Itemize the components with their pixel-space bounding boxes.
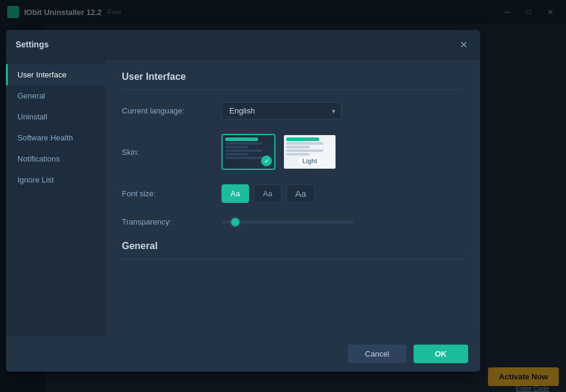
font-size-large-button[interactable]: Aa xyxy=(286,184,315,203)
skin-label: Skin: xyxy=(122,148,212,157)
skin-setting-row: Skin: ✓ xyxy=(122,134,463,170)
modal-body: User Interface General Uninstall Softwar… xyxy=(6,59,480,336)
nav-item-general[interactable]: General xyxy=(6,85,105,106)
language-setting-row: Current language: English Chinese French… xyxy=(122,102,463,119)
modal-title: Settings xyxy=(16,40,49,49)
preview-bar-dark xyxy=(225,137,258,141)
nav-item-notifications[interactable]: Notifications xyxy=(6,148,105,169)
ok-button[interactable]: OK xyxy=(414,345,469,363)
nav-item-ignore-list[interactable]: Ignore List xyxy=(6,169,105,190)
font-size-options: Aa Aa Aa xyxy=(221,184,463,203)
transparency-setting-row: Transparency: xyxy=(122,217,463,226)
modal-header: Settings ✕ xyxy=(6,30,480,59)
preview-line-2 xyxy=(225,146,248,148)
preview-line-light-1 xyxy=(286,142,324,145)
skin-control: ✓ Light xyxy=(221,134,463,170)
settings-modal: Settings ✕ User Interface General Uninst… xyxy=(6,30,480,372)
skin-light-label: Light xyxy=(299,157,321,165)
language-select[interactable]: English Chinese French German Spanish xyxy=(221,102,342,119)
section-title-ui: User Interface xyxy=(122,71,463,90)
preview-line-3 xyxy=(225,149,262,152)
language-label: Current language: xyxy=(122,106,212,115)
language-dropdown: English Chinese French German Spanish ▾ xyxy=(221,102,342,119)
preview-line-1 xyxy=(225,142,262,145)
language-control: English Chinese French German Spanish ▾ xyxy=(221,102,463,119)
nav-item-software-health[interactable]: Software Health xyxy=(6,127,105,148)
skin-light-option[interactable]: Light xyxy=(283,134,337,170)
preview-line-5 xyxy=(225,157,262,159)
font-size-small-button[interactable]: Aa xyxy=(221,184,249,203)
preview-line-4 xyxy=(225,153,248,155)
preview-bar-light xyxy=(286,137,319,141)
preview-line-light-4 xyxy=(286,153,310,155)
slider-container xyxy=(221,221,463,223)
section-title-general: General xyxy=(122,241,463,259)
font-size-label: Font size: xyxy=(122,189,212,198)
nav-item-user-interface[interactable]: User Interface xyxy=(6,64,105,85)
font-size-setting-row: Font size: Aa Aa Aa xyxy=(122,184,463,203)
skin-selected-checkmark: ✓ xyxy=(261,155,272,166)
preview-line-light-3 xyxy=(286,149,324,152)
font-size-control: Aa Aa Aa xyxy=(221,184,463,203)
skin-options: ✓ Light xyxy=(221,134,463,170)
transparency-label: Transparency: xyxy=(122,217,212,226)
cancel-button[interactable]: Cancel xyxy=(348,345,406,363)
modal-nav: User Interface General Uninstall Softwar… xyxy=(6,59,105,336)
transparency-slider[interactable] xyxy=(221,221,354,223)
transparency-control xyxy=(221,221,463,223)
preview-line-light-2 xyxy=(286,146,310,148)
font-size-medium-button[interactable]: Aa xyxy=(254,184,281,203)
modal-footer: Cancel OK xyxy=(6,336,480,372)
nav-item-uninstall[interactable]: Uninstall xyxy=(6,106,105,127)
modal-content-area: User Interface Current language: English… xyxy=(105,59,480,336)
skin-dark-option[interactable]: ✓ xyxy=(221,134,275,170)
skin-light-preview: Light xyxy=(284,135,336,169)
modal-close-button[interactable]: ✕ xyxy=(456,37,471,52)
